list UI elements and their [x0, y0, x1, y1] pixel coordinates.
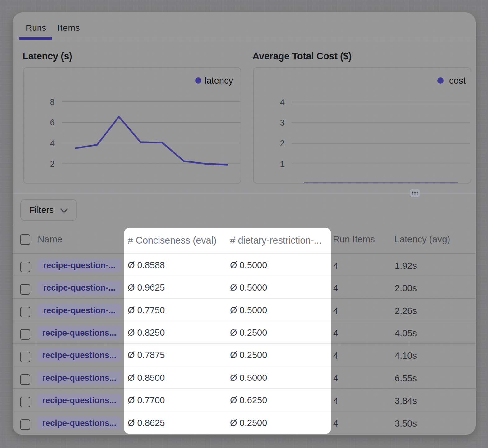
svg-text:2: 2	[50, 159, 55, 169]
svg-text:latency: latency	[205, 76, 233, 86]
svg-text:4: 4	[280, 97, 285, 107]
svg-text:cost: cost	[449, 76, 466, 86]
svg-text:6: 6	[50, 118, 55, 127]
svg-text:3: 3	[280, 118, 285, 128]
svg-text:8: 8	[50, 97, 55, 107]
svg-text:2: 2	[280, 138, 285, 148]
svg-text:1: 1	[280, 159, 285, 169]
svg-text:4: 4	[50, 138, 55, 148]
